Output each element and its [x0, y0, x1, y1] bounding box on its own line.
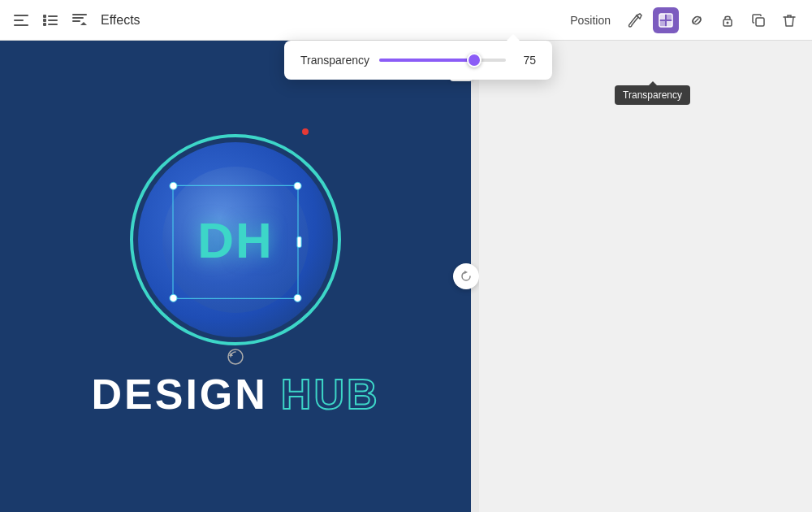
sort-icon[interactable]	[68, 9, 91, 32]
inner-circle: DH	[162, 167, 309, 313]
handle-bottom-right[interactable]	[294, 294, 302, 302]
design-canvas[interactable]: DH	[0, 41, 471, 512]
svg-point-19	[727, 21, 729, 24]
transparency-slider-fill	[379, 59, 474, 62]
toolbar: Effects Position	[0, 0, 812, 41]
brand-hub-text: HUB	[281, 370, 380, 419]
position-button[interactable]: Position	[564, 11, 617, 30]
dh-letters: DH	[197, 211, 274, 269]
rotate-handle[interactable]	[227, 348, 244, 370]
svg-rect-8	[48, 24, 58, 25]
list-view-icon[interactable]	[39, 9, 62, 32]
paint-icon-button[interactable]	[622, 7, 648, 33]
lock-icon-button[interactable]	[715, 7, 741, 33]
delete-icon-button[interactable]	[776, 7, 802, 33]
svg-rect-1	[14, 20, 24, 21]
transparency-slider[interactable]	[379, 59, 506, 62]
handle-top-right[interactable]	[294, 182, 302, 190]
svg-marker-25	[464, 271, 468, 274]
transparency-tooltip: Transparency	[615, 85, 690, 105]
svg-rect-4	[48, 15, 58, 17]
svg-rect-9	[72, 14, 87, 15]
canvas-area: DH	[0, 41, 479, 512]
toolbar-title: Effects	[101, 13, 140, 28]
handle-middle-right[interactable]	[297, 236, 302, 248]
duplicate-icon-button[interactable]	[745, 7, 771, 33]
svg-rect-11	[72, 20, 80, 22]
toolbar-left: Effects	[10, 9, 555, 32]
handle-bottom-left[interactable]	[170, 294, 178, 302]
red-dot-indicator	[302, 128, 309, 135]
canvas-rotate-button[interactable]	[453, 263, 479, 289]
link-icon-button[interactable]	[684, 7, 710, 33]
transparency-value: 75	[516, 54, 536, 67]
svg-rect-20	[756, 18, 764, 26]
svg-rect-6	[48, 20, 58, 21]
svg-rect-2	[14, 24, 28, 26]
svg-rect-0	[14, 15, 28, 16]
main-content: DH	[0, 41, 812, 512]
logo-container: DH	[130, 134, 341, 345]
brand-text: DESIGN HUB	[91, 370, 379, 419]
toolbar-right: Position	[564, 7, 802, 33]
transparency-popup: Transparency 75	[284, 41, 552, 80]
svg-rect-3	[43, 15, 46, 18]
svg-rect-5	[43, 19, 46, 22]
middle-ring: DH	[138, 142, 333, 337]
transparency-icon-button[interactable]	[653, 7, 679, 33]
transparency-label: Transparency	[300, 54, 369, 67]
svg-rect-7	[43, 23, 46, 26]
transparency-slider-thumb[interactable]	[467, 53, 482, 67]
brand-design-text: DESIGN	[91, 370, 267, 419]
svg-rect-10	[72, 17, 84, 19]
hamburger-menu-icon[interactable]	[10, 9, 32, 32]
right-panel: Transparency 75 Transparency	[479, 41, 812, 512]
tooltip-arrow	[507, 34, 520, 41]
handle-top-left[interactable]	[170, 182, 178, 190]
svg-marker-12	[80, 22, 87, 25]
